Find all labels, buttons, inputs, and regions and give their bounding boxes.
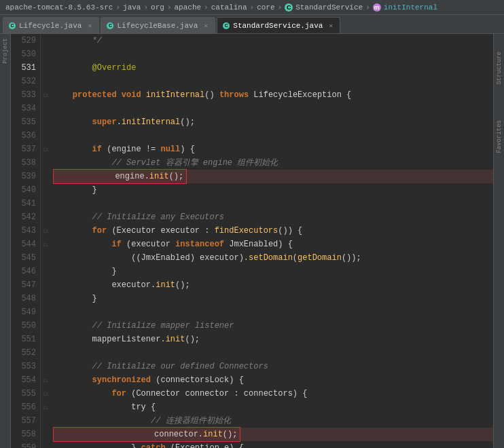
code-line-543: for (Executor executor : findExecutors()… <box>53 224 493 238</box>
line-num-538: 538 <box>11 156 36 170</box>
line-num-550: 550 <box>11 319 36 333</box>
gutter-545 <box>41 251 50 265</box>
close-tab-standardservice[interactable]: ✕ <box>329 22 333 30</box>
fold-icon-543[interactable]: □ <box>44 228 48 234</box>
editor-layout: Project 529530↑5315325335345355365375385… <box>0 34 504 448</box>
line-num-546: 546 <box>11 265 36 278</box>
code-line-529: */ <box>53 34 493 48</box>
gutter-541 <box>41 197 50 210</box>
line-num-558: 558 <box>11 428 36 441</box>
fold-icon-544[interactable]: □ <box>44 242 48 248</box>
line-num-530: 530 <box>11 48 36 61</box>
line-num-552: 552 <box>11 346 36 360</box>
line-num-554: 554 <box>11 373 36 387</box>
fold-icon-556[interactable]: □ <box>44 405 48 411</box>
code-line-536 <box>53 129 493 143</box>
tab-bar: C Lifecycle.java ✕ C LifecycleBase.java … <box>0 15 504 34</box>
line-num-541: 541 <box>11 197 36 210</box>
ide-window: apache-tomcat-8.5.63-src › java › org › … <box>0 0 504 448</box>
line-num-529: 529 <box>11 34 36 48</box>
code-line-544: if (executor instanceof JmxEnabled) { <box>53 238 493 251</box>
line-num-542: 542 <box>11 210 36 224</box>
code-line-555: for (Connector connector : connectors) { <box>53 387 493 400</box>
tab-lifecycle[interactable]: C Lifecycle.java ✕ <box>3 17 99 33</box>
code-line-550: // Initialize mapper listener <box>53 319 493 333</box>
gutter-532 <box>41 75 50 88</box>
close-tab-lifecycle[interactable]: ✕ <box>88 22 92 30</box>
class-icon: C <box>285 3 293 12</box>
code-line-531: @Override <box>53 61 493 75</box>
tab-lifecyclebase[interactable]: C LifecycleBase.java ✕ <box>101 17 215 33</box>
tab-label-lifecyclebase: LifecycleBase.java <box>117 22 198 30</box>
code-line-547: executor.init(); <box>53 278 493 292</box>
code-line-541 <box>53 197 493 210</box>
line-num-557: 557 <box>11 414 36 428</box>
tab-icon-lifecyclebase: C <box>107 22 113 29</box>
gutter-548 <box>41 292 50 305</box>
line-num-535: 535 <box>11 115 36 129</box>
tab-icon-standardservice: C <box>223 22 230 29</box>
gutter-558 <box>41 428 50 441</box>
code-area[interactable]: */ @Override protected void initInternal… <box>50 34 493 448</box>
fold-icon-537[interactable]: □ <box>44 147 48 153</box>
line-num-540: 540 <box>11 183 36 197</box>
line-num-543: 543 <box>11 224 36 238</box>
structure-tab[interactable]: Structure <box>494 48 504 89</box>
gutter-554: □ <box>41 373 50 387</box>
code-line-532 <box>53 75 493 88</box>
gutter-549 <box>41 305 50 319</box>
gutter-546 <box>41 265 50 278</box>
gutter-553 <box>41 360 50 373</box>
project-tab[interactable]: Project <box>1 34 10 68</box>
line-num-559: 559 <box>11 441 36 448</box>
code-line-558: connector.init(); <box>53 428 493 441</box>
code-line-553: // Initialize our defined Connectors <box>53 360 493 373</box>
gutter-539 <box>41 170 50 183</box>
gutter-537: □ <box>41 143 50 156</box>
line-num-544: 544 <box>11 238 36 251</box>
boxed-code-558: connector.init(); <box>53 427 240 442</box>
line-num-539: 539 <box>11 170 36 183</box>
code-line-556: try { <box>53 400 493 414</box>
gutter-557 <box>41 414 50 428</box>
line-num-555: 555 <box>11 387 36 400</box>
gutter-533: □ <box>41 88 50 102</box>
fold-icon-554[interactable]: □ <box>44 377 48 384</box>
line-num-549: 549 <box>11 305 36 319</box>
fold-icon-555[interactable]: □ <box>44 391 48 397</box>
code-line-557: // 连接器组件初始化 <box>53 414 493 428</box>
tab-icon-lifecycle: C <box>9 22 16 29</box>
gutter-536 <box>41 129 50 143</box>
breadcrumb-root: apache-tomcat-8.5.63-src <box>5 3 113 12</box>
tab-standardservice[interactable]: C StandardService.java ✕ <box>217 17 340 33</box>
favorites-tab[interactable]: Favorites <box>494 116 504 157</box>
line-num-556: 556 <box>11 400 36 414</box>
gutter-530 <box>41 48 50 61</box>
gutter-547 <box>41 278 50 292</box>
gutter-529 <box>41 34 50 48</box>
line-num-537: 537 <box>11 143 36 156</box>
code-line-530 <box>53 48 493 61</box>
gutter-555: □ <box>41 387 50 400</box>
code-line-539: engine.init(); <box>53 170 493 183</box>
gutter-542 <box>41 210 50 224</box>
close-tab-lifecyclebase[interactable]: ✕ <box>204 22 208 30</box>
title-bar: apache-tomcat-8.5.63-src › java › org › … <box>0 0 504 15</box>
code-line-535: super.initInternal(); <box>53 115 493 129</box>
line-num-534: 534 <box>11 102 36 115</box>
breadcrumb: apache-tomcat-8.5.63-src › java › org › … <box>5 3 437 12</box>
code-line-537: if (engine != null) { <box>53 143 493 156</box>
tab-label-standardservice: StandardService.java <box>233 22 323 30</box>
gutter-551 <box>41 333 50 346</box>
line-num-551: 551 <box>11 333 36 346</box>
gutter-550 <box>41 319 50 333</box>
fold-icon-533[interactable]: □ <box>44 92 48 98</box>
gutter-552 <box>41 346 50 360</box>
gutter-544: □ <box>41 238 50 251</box>
gutter-540 <box>41 183 50 197</box>
code-line-559: } catch (Exception e) { <box>53 441 493 448</box>
line-num-545: 545 <box>11 251 36 265</box>
code-line-551: mapperListener.init(); <box>53 333 493 346</box>
left-strip: Project <box>0 34 11 448</box>
line-num-531: ↑531 <box>11 61 36 75</box>
